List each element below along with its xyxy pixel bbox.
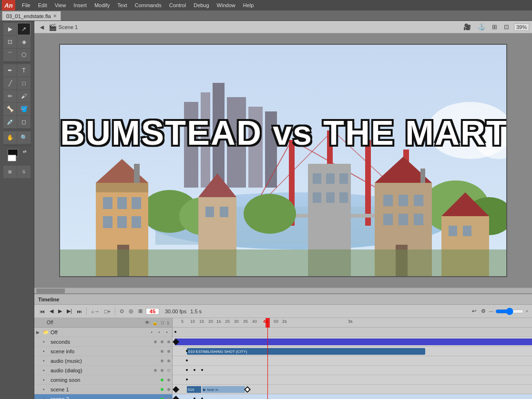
outline-dot bbox=[167, 369, 170, 372]
timeline-label: Timeline bbox=[38, 297, 59, 302]
edit-multiple-button[interactable]: ⊞ bbox=[137, 308, 144, 315]
stage-container[interactable]: BUMSTEAD vs THE MARTIANS bbox=[34, 33, 532, 288]
step-back-button[interactable]: ◀ bbox=[48, 308, 55, 315]
ruler-35: 35 bbox=[243, 319, 248, 324]
snap-tool[interactable]: ⊡ bbox=[502, 22, 511, 31]
layer-row-seconds[interactable]: ▪ seconds bbox=[34, 337, 172, 347]
pencil-tool[interactable]: ✏ bbox=[3, 90, 17, 102]
swap-colors-button[interactable]: ⇄ bbox=[23, 149, 27, 154]
tween-span: ▶ fade in bbox=[202, 386, 245, 393]
line-tool[interactable]: ╱ bbox=[3, 77, 17, 90]
free-transform-tool[interactable]: ⊡ bbox=[3, 36, 17, 48]
stage[interactable]: BUMSTEAD vs THE MARTIANS bbox=[59, 44, 507, 277]
scroll-handle[interactable] bbox=[36, 289, 65, 293]
layer-row-audio-dialog[interactable]: ▪ audio (dialog) bbox=[34, 366, 172, 375]
zoom-level-display[interactable]: 39% bbox=[514, 23, 529, 31]
bone-tool[interactable]: 🦴 bbox=[3, 103, 17, 115]
polygon-tool[interactable]: ⬠ bbox=[17, 49, 31, 61]
menu-file[interactable]: File bbox=[18, 1, 34, 9]
menu-help[interactable]: Help bbox=[239, 1, 258, 9]
insert-frame-button[interactable]: □+ bbox=[103, 308, 112, 315]
back-button[interactable]: ◄ bbox=[37, 23, 47, 31]
frame-span-scene-info: 010 ESTABLISHING SHOT (CITY) bbox=[187, 348, 425, 355]
frame-num-icon: 1 bbox=[167, 320, 169, 325]
svg-rect-52 bbox=[383, 214, 393, 225]
layer-names-panel: Off 👁 🔒 □ 1 ▶ 📁 Off bbox=[34, 318, 173, 399]
vis-icons bbox=[161, 350, 170, 353]
svg-rect-43 bbox=[339, 173, 348, 184]
insert-keyframe-button[interactable]: ⬦→ bbox=[90, 308, 101, 315]
ruler-25: 25 bbox=[225, 319, 230, 324]
menu-commands[interactable]: Commands bbox=[131, 1, 165, 9]
layer-name: audio (dialog) bbox=[51, 368, 153, 373]
pen-tool[interactable]: ✒ bbox=[3, 64, 17, 77]
menu-debug[interactable]: Debug bbox=[190, 1, 213, 9]
menu-window[interactable]: Window bbox=[213, 1, 239, 9]
svg-rect-59 bbox=[449, 226, 457, 236]
go-to-end-button[interactable]: ⏭ bbox=[75, 308, 83, 315]
layer-row-scene2[interactable]: ▪ scene 2 bbox=[34, 394, 172, 399]
menu-modify[interactable]: Modify bbox=[91, 1, 113, 9]
go-to-start-button[interactable]: ⏮ bbox=[38, 308, 46, 315]
layer-row-coming-soon[interactable]: ▪ coming soon bbox=[34, 375, 172, 385]
step-forward-button[interactable]: ▶| bbox=[65, 308, 73, 315]
ruler-10: 10 bbox=[190, 319, 195, 324]
zoom-tool[interactable]: 🔍 bbox=[17, 131, 31, 144]
ruler-15: 15 bbox=[199, 319, 204, 324]
layer-row-scene1[interactable]: ▪ scene 1 bbox=[34, 385, 172, 394]
grid-tool[interactable]: ⊞ bbox=[490, 22, 499, 31]
fill-color-swatch[interactable] bbox=[8, 155, 16, 161]
selection-tool[interactable]: ▶ bbox=[3, 23, 17, 35]
file-tab[interactable]: 03_01_endstate.fla ✕ bbox=[2, 11, 61, 20]
scene-title-text: BUMSTEAD vs THE MARTIANS bbox=[60, 113, 506, 152]
rect-tool[interactable]: □ bbox=[17, 77, 31, 90]
zoom-slider[interactable] bbox=[495, 308, 524, 315]
text-tool[interactable]: T bbox=[17, 64, 31, 77]
onion-skin-outline-button[interactable]: ◎ bbox=[127, 308, 135, 315]
playhead bbox=[267, 318, 268, 399]
track-row-scene1: 010 ▶ fade in bbox=[173, 385, 532, 394]
anchor-tool[interactable]: ⚓ bbox=[476, 22, 487, 31]
tab-close-button[interactable]: ✕ bbox=[53, 13, 57, 19]
lock-dot bbox=[167, 379, 170, 381]
toolbar-divider-1 bbox=[3, 62, 31, 63]
layer-row-scene-info[interactable]: ▪ scene info bbox=[34, 347, 172, 356]
play-button[interactable]: ▶ bbox=[57, 308, 63, 315]
menu-text[interactable]: Text bbox=[113, 1, 131, 9]
keyframe-scene1 bbox=[173, 386, 179, 393]
vis-icons: • • • bbox=[148, 329, 170, 336]
undo-button[interactable]: ↩ bbox=[471, 308, 478, 315]
controls-separator-1 bbox=[86, 308, 87, 315]
paint-bucket-tool[interactable]: 🪣 bbox=[17, 103, 31, 115]
expand-icon: ▶ bbox=[36, 330, 42, 335]
stage-scrollbar[interactable] bbox=[34, 288, 532, 293]
keyframe-audio-dialog-3 bbox=[201, 369, 203, 371]
layer-type-icon: ▪ bbox=[43, 358, 50, 363]
subselection-tool[interactable]: ↗ bbox=[17, 23, 31, 35]
eyedropper-tool[interactable]: 💉 bbox=[3, 116, 17, 128]
layer-row-audio-music[interactable]: ▪ audio (music) bbox=[34, 356, 172, 366]
snap-tool[interactable]: ⊠ bbox=[3, 166, 17, 178]
menu-insert[interactable]: Insert bbox=[70, 1, 91, 9]
svg-rect-46 bbox=[339, 192, 348, 203]
eraser-tool[interactable]: ◻ bbox=[17, 116, 31, 128]
lasso-tool[interactable]: ⌒ bbox=[3, 49, 17, 61]
tween-label: ▶ fade in bbox=[202, 388, 219, 392]
gradient-tool[interactable]: ◈ bbox=[17, 36, 31, 48]
camera-icon[interactable]: 🎥 bbox=[461, 22, 473, 31]
layer-header-icons: 👁 🔒 □ 1 bbox=[144, 320, 169, 325]
brush-tool[interactable]: 🖌 bbox=[17, 90, 31, 102]
layer-name: coming soon bbox=[51, 377, 160, 383]
timeline-tracks[interactable]: 1s 2s 3s 5 10 15 20 25 30 35 bbox=[173, 318, 532, 399]
layer-row-off[interactable]: ▶ 📁 Off • • • bbox=[34, 328, 172, 337]
menu-view[interactable]: View bbox=[51, 1, 70, 9]
settings-button[interactable]: ⚙ bbox=[480, 308, 487, 315]
app-logo: An bbox=[2, 0, 15, 10]
menu-control[interactable]: Control bbox=[165, 1, 190, 9]
track-row-seconds bbox=[173, 337, 532, 347]
smooth-tool[interactable]: S bbox=[17, 166, 31, 178]
hand-tool[interactable]: ✋ bbox=[3, 131, 17, 144]
frame-span-seconds bbox=[174, 339, 532, 345]
menu-edit[interactable]: Edit bbox=[34, 1, 51, 9]
onion-skin-button[interactable]: ⊙ bbox=[118, 308, 125, 315]
